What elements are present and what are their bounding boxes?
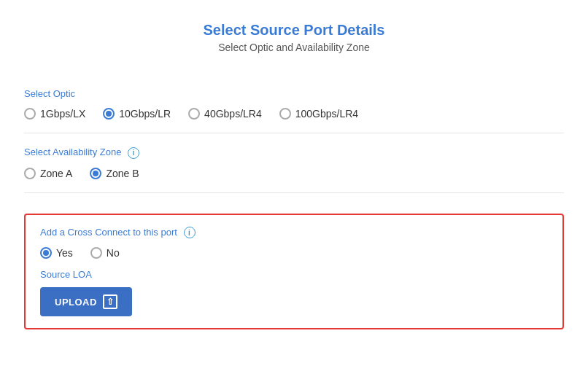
cross-connect-label: Add a Cross Connect to this port i [40, 227, 548, 239]
content-area: Select Optic 1Gbps/LX 10Gbps/LR 40Gbps/L… [24, 75, 564, 343]
cross-connect-info-icon[interactable]: i [184, 227, 196, 238]
upload-arrow-icon: ⇧ [103, 294, 117, 309]
optic-option-100gbps[interactable]: 100Gbps/LR4 [279, 108, 358, 120]
page-header: Select Source Port Details Select Optic … [204, 22, 385, 53]
optic-radio-40gbps[interactable] [188, 108, 200, 120]
upload-button-label: UPLOAD [55, 297, 97, 308]
yes-option[interactable]: Yes [40, 247, 73, 259]
optic-label-10gbps: 10Gbps/LR [119, 108, 171, 120]
no-radio[interactable] [90, 247, 102, 259]
yes-no-radio-group: Yes No [40, 247, 548, 259]
zone-b-option[interactable]: Zone B [90, 168, 139, 179]
optic-label-1gbps: 1Gbps/LX [40, 108, 85, 120]
optic-section: Select Optic 1Gbps/LX 10Gbps/LR 40Gbps/L… [24, 75, 564, 133]
optic-label-40gbps: 40Gbps/LR4 [204, 108, 262, 120]
optic-label-100gbps: 100Gbps/LR4 [295, 108, 358, 120]
optic-radio-100gbps[interactable] [279, 108, 291, 120]
optic-radio-group: 1Gbps/LX 10Gbps/LR 40Gbps/LR4 100Gbps/LR… [24, 108, 564, 120]
upload-button[interactable]: UPLOAD ⇧ [40, 287, 132, 316]
optic-option-10gbps[interactable]: 10Gbps/LR [103, 108, 171, 120]
availability-zone-info-icon[interactable]: i [128, 147, 139, 159]
zone-a-label: Zone A [40, 168, 72, 179]
zone-b-label: Zone B [106, 168, 139, 179]
optic-radio-1gbps[interactable] [24, 108, 36, 120]
cross-connect-box: Add a Cross Connect to this port i Yes N… [24, 214, 564, 330]
zone-a-radio[interactable] [24, 168, 36, 179]
availability-zone-section: Select Availability Zone i Zone A Zone B [24, 133, 564, 193]
zone-a-option[interactable]: Zone A [24, 168, 72, 179]
zone-b-radio[interactable] [90, 168, 101, 179]
no-label: No [107, 247, 120, 259]
yes-label: Yes [56, 247, 73, 259]
yes-radio[interactable] [40, 247, 52, 259]
source-loa-label: Source LOA [40, 269, 548, 280]
optic-option-40gbps[interactable]: 40Gbps/LR4 [188, 108, 262, 120]
cross-connect-section: Add a Cross Connect to this port i Yes N… [24, 193, 564, 343]
page-subtitle: Select Optic and Availability Zone [204, 42, 385, 53]
availability-zone-label: Select Availability Zone i [24, 147, 564, 159]
optic-radio-10gbps[interactable] [103, 108, 115, 120]
page-title: Select Source Port Details [204, 22, 385, 39]
optic-option-1gbps[interactable]: 1Gbps/LX [24, 108, 85, 120]
no-option[interactable]: No [90, 247, 120, 259]
availability-zone-radio-group: Zone A Zone B [24, 168, 564, 179]
optic-label: Select Optic [24, 88, 564, 99]
